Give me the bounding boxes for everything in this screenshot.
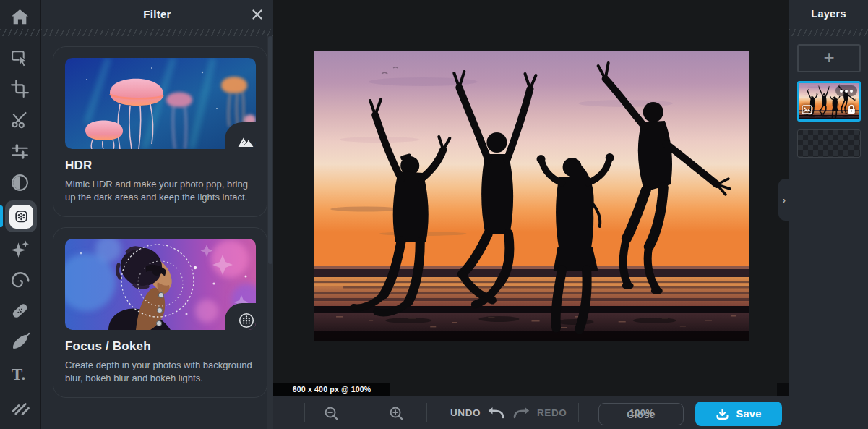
close-panel-icon[interactable] — [249, 7, 265, 22]
layer-thumbnail-image[interactable] — [797, 81, 861, 122]
panel-scrollbar[interactable] — [267, 36, 273, 429]
focus-card-description: Create depth in your photos with backgro… — [65, 359, 254, 386]
draw-tool-icon[interactable] — [0, 329, 40, 354]
main-toolbar: T. — [0, 0, 41, 429]
divider — [304, 403, 305, 422]
redo-button[interactable]: REDO — [512, 405, 567, 420]
chevron-right-icon: › — [783, 195, 786, 205]
image-layer-icon — [802, 104, 812, 117]
layer-menu-icon[interactable] — [835, 85, 857, 96]
home-icon[interactable] — [0, 4, 40, 29]
layers-panel: Layers + › — [789, 0, 868, 429]
canvas-area[interactable]: 600 x 400 px @ 100% — [273, 0, 789, 396]
filter-card-list: HDR Mimic HDR and make your photo pop, b… — [41, 36, 267, 429]
zoom-out-icon[interactable] — [322, 404, 340, 422]
focus-card-title: Focus / Bokeh — [65, 339, 255, 354]
hdr-card-description: Mimic HDR and make your photo pop, bring… — [65, 178, 254, 205]
hdr-card-title: HDR — [65, 158, 255, 173]
redo-label: REDO — [537, 407, 567, 418]
lock-icon[interactable] — [847, 104, 856, 117]
text-tool-icon[interactable]: T. — [0, 361, 40, 386]
filter-panel-title: Filter — [41, 8, 273, 20]
divider — [578, 403, 579, 422]
layer-thumbnail-transparent[interactable] — [797, 129, 861, 158]
zoom-in-icon[interactable] — [387, 404, 405, 422]
mountains-icon — [236, 132, 255, 148]
hdr-card-thumbnail — [65, 58, 256, 149]
bottom-toolbar: 100% UNDO REDO Close Save — [273, 396, 868, 429]
select-tool-icon[interactable] — [0, 45, 40, 69]
save-label: Save — [736, 408, 761, 420]
cut-tool-icon[interactable] — [0, 107, 40, 132]
liquify-tool-icon[interactable] — [0, 267, 40, 292]
panel-hatch-divider — [41, 29, 273, 36]
canvas-scrollbar-corner — [777, 383, 789, 396]
filter-tool-icon — [9, 205, 33, 229]
layers-hatch-divider — [789, 29, 868, 36]
undo-button[interactable]: UNDO — [450, 405, 505, 420]
pattern-tool-icon[interactable] — [0, 393, 40, 417]
contrast-tool-icon[interactable] — [0, 170, 40, 195]
filter-card-focus-bokeh[interactable]: Focus / Bokeh Create depth in your photo… — [53, 227, 267, 398]
redo-arrow-icon — [512, 405, 531, 420]
collapse-panel-tab[interactable]: › — [778, 179, 790, 221]
svg-text:T.: T. — [12, 365, 25, 383]
active-tool-indicator — [0, 205, 3, 227]
adjust-tool-icon[interactable] — [0, 139, 40, 163]
close-button[interactable]: Close — [598, 403, 684, 425]
retouch-tool-icon[interactable] — [0, 236, 40, 260]
dotted-globe-icon — [238, 312, 255, 329]
canvas-status: 600 x 400 px @ 100% — [273, 383, 390, 396]
layers-panel-title: Layers — [789, 8, 868, 20]
add-layer-button[interactable]: + — [797, 44, 861, 72]
focus-card-thumbnail — [65, 239, 256, 330]
divider — [426, 403, 427, 422]
undo-arrow-icon — [486, 405, 505, 420]
heal-tool-icon[interactable] — [0, 298, 40, 323]
crop-tool-icon[interactable] — [0, 76, 40, 101]
canvas-image[interactable] — [314, 51, 749, 341]
filter-panel-header: Filter — [41, 0, 273, 29]
download-icon — [716, 408, 729, 420]
filter-panel: Filter — [41, 0, 273, 429]
save-button[interactable]: Save — [695, 402, 782, 426]
filter-card-hdr[interactable]: HDR Mimic HDR and make your photo pop, b… — [53, 46, 267, 217]
filter-tool-button-active[interactable] — [5, 200, 37, 232]
undo-label: UNDO — [450, 407, 481, 418]
